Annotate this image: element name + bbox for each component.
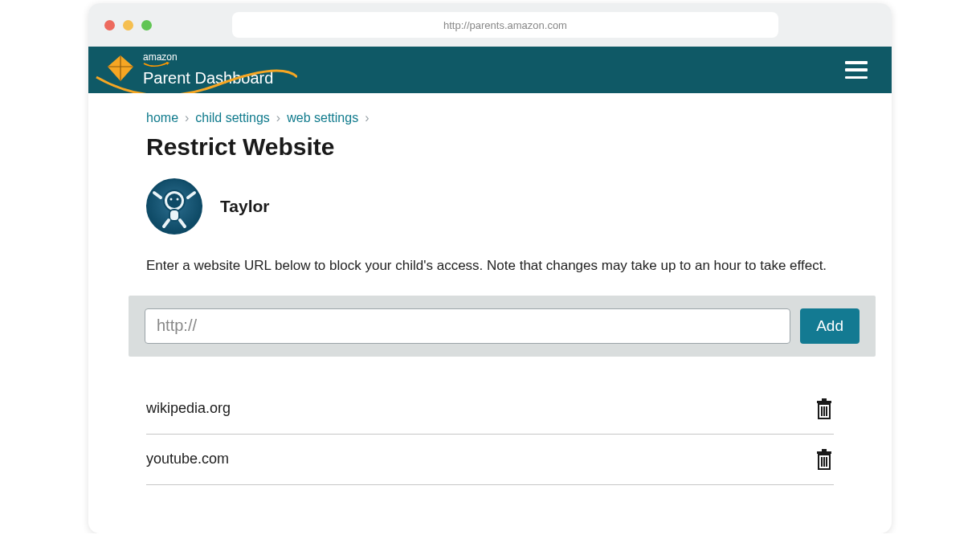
blocked-list: wikipedia.org youtube.com bbox=[146, 384, 834, 485]
child-avatar bbox=[146, 178, 202, 235]
amazon-swoosh-icon bbox=[143, 62, 170, 68]
chevron-right-icon: › bbox=[185, 111, 189, 125]
hamburger-menu-icon[interactable] bbox=[845, 61, 868, 79]
svg-rect-13 bbox=[822, 398, 827, 401]
chevron-right-icon: › bbox=[276, 111, 280, 125]
url-bar[interactable]: http://parents.amazon.com bbox=[232, 12, 778, 38]
url-input-row: Add bbox=[129, 296, 876, 357]
url-input[interactable] bbox=[145, 308, 790, 344]
content: home › child settings › web settings › R… bbox=[88, 93, 892, 533]
child-name: Taylor bbox=[220, 197, 269, 216]
traffic-lights bbox=[104, 20, 152, 31]
svg-rect-19 bbox=[822, 449, 827, 451]
blocked-url: wikipedia.org bbox=[146, 400, 231, 417]
browser-window: http://parents.amazon.com amazon Paren bbox=[88, 3, 892, 533]
chevron-right-icon: › bbox=[365, 111, 369, 125]
page-title: Restrict Website bbox=[146, 133, 834, 161]
list-item: wikipedia.org bbox=[146, 384, 834, 435]
breadcrumb-web-settings[interactable]: web settings bbox=[287, 111, 358, 125]
child-row: Taylor bbox=[146, 178, 834, 235]
svg-rect-12 bbox=[817, 401, 831, 403]
window-minimize-icon[interactable] bbox=[123, 20, 133, 31]
top-nav: amazon Parent Dashboard bbox=[88, 47, 892, 93]
astronaut-icon bbox=[151, 183, 198, 230]
breadcrumb-home[interactable]: home bbox=[146, 111, 178, 125]
window-maximize-icon[interactable] bbox=[141, 20, 152, 31]
blocked-url: youtube.com bbox=[146, 451, 229, 467]
svg-line-11 bbox=[180, 220, 185, 227]
brand-text: amazon Parent Dashboard bbox=[143, 52, 273, 88]
svg-line-9 bbox=[188, 193, 194, 198]
kite-icon bbox=[104, 54, 137, 86]
breadcrumb-child-settings[interactable]: child settings bbox=[195, 111, 270, 125]
window-close-icon[interactable] bbox=[104, 20, 115, 31]
svg-line-10 bbox=[164, 220, 169, 227]
svg-line-8 bbox=[154, 193, 161, 198]
brand[interactable]: amazon Parent Dashboard bbox=[104, 52, 273, 88]
breadcrumb: home › child settings › web settings › bbox=[146, 111, 834, 125]
trash-icon[interactable] bbox=[815, 449, 834, 470]
svg-point-4 bbox=[167, 194, 182, 208]
trash-icon[interactable] bbox=[815, 398, 834, 419]
svg-rect-7 bbox=[169, 210, 179, 221]
brand-small: amazon bbox=[143, 52, 273, 62]
description: Enter a website URL below to block your … bbox=[146, 255, 834, 276]
svg-point-6 bbox=[177, 198, 179, 201]
browser-chrome: http://parents.amazon.com bbox=[88, 3, 892, 47]
list-item: youtube.com bbox=[146, 435, 834, 485]
svg-rect-18 bbox=[817, 451, 831, 454]
url-text: http://parents.amazon.com bbox=[443, 19, 567, 31]
brand-big: Parent Dashboard bbox=[143, 68, 273, 88]
svg-point-5 bbox=[170, 198, 173, 201]
add-button[interactable]: Add bbox=[800, 308, 860, 344]
